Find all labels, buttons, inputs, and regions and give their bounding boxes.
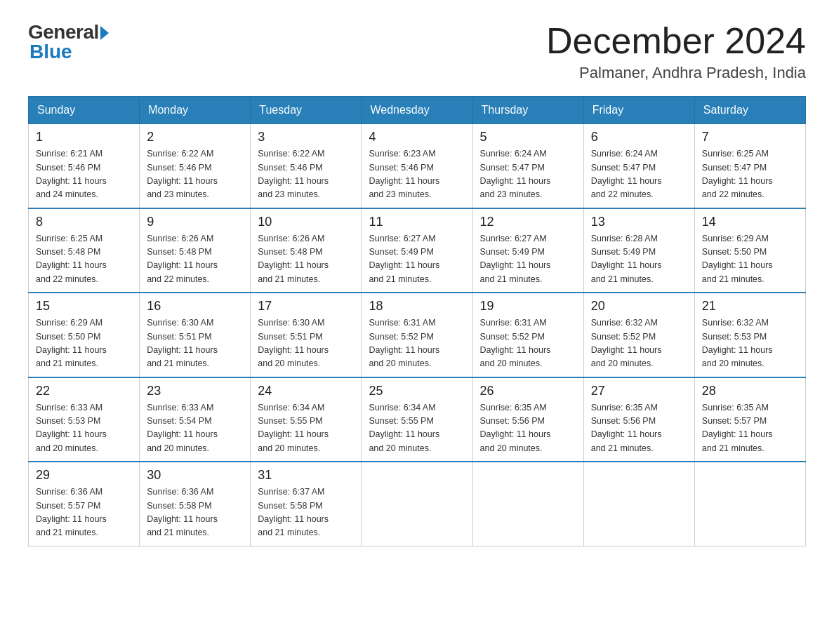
- day-info: Sunrise: 6:37 AMSunset: 5:58 PMDaylight:…: [258, 485, 354, 540]
- day-info: Sunrise: 6:35 AMSunset: 5:56 PMDaylight:…: [591, 401, 687, 456]
- calendar-day-cell: 25Sunrise: 6:34 AMSunset: 5:55 PMDayligh…: [362, 377, 472, 462]
- day-number: 25: [369, 384, 465, 398]
- calendar-header-thursday: Thursday: [472, 97, 583, 124]
- day-info: Sunrise: 6:24 AMSunset: 5:47 PMDaylight:…: [591, 147, 687, 202]
- day-number: 29: [36, 468, 132, 483]
- day-number: 21: [702, 299, 798, 314]
- calendar-day-cell: 30Sunrise: 6:36 AMSunset: 5:58 PMDayligh…: [140, 462, 251, 546]
- day-info: Sunrise: 6:31 AMSunset: 5:52 PMDaylight:…: [480, 316, 576, 371]
- calendar-day-cell: 12Sunrise: 6:27 AMSunset: 5:49 PMDayligh…: [472, 208, 583, 293]
- day-number: 6: [591, 130, 687, 145]
- calendar-day-cell: 18Sunrise: 6:31 AMSunset: 5:52 PMDayligh…: [362, 293, 472, 377]
- day-number: 22: [36, 384, 132, 398]
- calendar-day-cell: [583, 462, 694, 546]
- calendar-day-cell: 31Sunrise: 6:37 AMSunset: 5:58 PMDayligh…: [251, 462, 362, 546]
- calendar-day-cell: [472, 462, 583, 546]
- calendar-day-cell: 7Sunrise: 6:25 AMSunset: 5:47 PMDaylight…: [694, 124, 805, 208]
- day-info: Sunrise: 6:28 AMSunset: 5:49 PMDaylight:…: [591, 232, 687, 287]
- calendar-header-monday: Monday: [140, 97, 251, 124]
- day-number: 1: [36, 130, 132, 145]
- day-info: Sunrise: 6:36 AMSunset: 5:58 PMDaylight:…: [147, 485, 243, 540]
- day-number: 16: [147, 299, 243, 314]
- day-info: Sunrise: 6:35 AMSunset: 5:56 PMDaylight:…: [480, 401, 576, 456]
- day-number: 3: [258, 130, 354, 145]
- day-number: 8: [36, 215, 132, 229]
- calendar-header-wednesday: Wednesday: [362, 97, 472, 124]
- month-title: December 2024: [546, 21, 806, 61]
- day-info: Sunrise: 6:33 AMSunset: 5:53 PMDaylight:…: [36, 401, 132, 456]
- day-number: 24: [258, 384, 354, 398]
- calendar-table: SundayMondayTuesdayWednesdayThursdayFrid…: [28, 96, 806, 546]
- day-info: Sunrise: 6:30 AMSunset: 5:51 PMDaylight:…: [258, 316, 354, 371]
- day-info: Sunrise: 6:22 AMSunset: 5:46 PMDaylight:…: [147, 147, 243, 202]
- calendar-day-cell: 15Sunrise: 6:29 AMSunset: 5:50 PMDayligh…: [29, 293, 140, 377]
- logo-blue-text: Blue: [29, 41, 72, 63]
- day-number: 12: [480, 215, 576, 229]
- calendar-day-cell: 17Sunrise: 6:30 AMSunset: 5:51 PMDayligh…: [251, 293, 362, 377]
- day-info: Sunrise: 6:26 AMSunset: 5:48 PMDaylight:…: [147, 232, 243, 287]
- day-info: Sunrise: 6:26 AMSunset: 5:48 PMDaylight:…: [258, 232, 354, 287]
- calendar-day-cell: 24Sunrise: 6:34 AMSunset: 5:55 PMDayligh…: [251, 377, 362, 462]
- calendar-header-sunday: Sunday: [29, 97, 140, 124]
- day-number: 10: [258, 215, 354, 229]
- calendar-day-cell: 14Sunrise: 6:29 AMSunset: 5:50 PMDayligh…: [694, 208, 805, 293]
- calendar-week-row: 1Sunrise: 6:21 AMSunset: 5:46 PMDaylight…: [29, 124, 806, 208]
- calendar-day-cell: 29Sunrise: 6:36 AMSunset: 5:57 PMDayligh…: [29, 462, 140, 546]
- day-number: 18: [369, 299, 465, 314]
- calendar-day-cell: 19Sunrise: 6:31 AMSunset: 5:52 PMDayligh…: [472, 293, 583, 377]
- calendar-day-cell: 8Sunrise: 6:25 AMSunset: 5:48 PMDaylight…: [29, 208, 140, 293]
- day-number: 19: [480, 299, 576, 314]
- day-number: 4: [369, 130, 465, 145]
- calendar-day-cell: 11Sunrise: 6:27 AMSunset: 5:49 PMDayligh…: [362, 208, 472, 293]
- day-info: Sunrise: 6:25 AMSunset: 5:47 PMDaylight:…: [702, 147, 798, 202]
- calendar-week-row: 22Sunrise: 6:33 AMSunset: 5:53 PMDayligh…: [29, 377, 806, 462]
- logo-arrow-icon: [100, 26, 109, 40]
- calendar-day-cell: 27Sunrise: 6:35 AMSunset: 5:56 PMDayligh…: [583, 377, 694, 462]
- calendar-week-row: 8Sunrise: 6:25 AMSunset: 5:48 PMDaylight…: [29, 208, 806, 293]
- day-info: Sunrise: 6:32 AMSunset: 5:52 PMDaylight:…: [591, 316, 687, 371]
- calendar-week-row: 15Sunrise: 6:29 AMSunset: 5:50 PMDayligh…: [29, 293, 806, 377]
- calendar-week-row: 29Sunrise: 6:36 AMSunset: 5:57 PMDayligh…: [29, 462, 806, 546]
- day-info: Sunrise: 6:24 AMSunset: 5:47 PMDaylight:…: [480, 147, 576, 202]
- calendar-day-cell: 5Sunrise: 6:24 AMSunset: 5:47 PMDaylight…: [472, 124, 583, 208]
- day-info: Sunrise: 6:32 AMSunset: 5:53 PMDaylight:…: [702, 316, 798, 371]
- calendar-day-cell: [694, 462, 805, 546]
- calendar-day-cell: 10Sunrise: 6:26 AMSunset: 5:48 PMDayligh…: [251, 208, 362, 293]
- calendar-day-cell: [362, 462, 472, 546]
- day-info: Sunrise: 6:27 AMSunset: 5:49 PMDaylight:…: [369, 232, 465, 287]
- day-number: 2: [147, 130, 243, 145]
- calendar-day-cell: 28Sunrise: 6:35 AMSunset: 5:57 PMDayligh…: [694, 377, 805, 462]
- day-number: 13: [591, 215, 687, 229]
- day-info: Sunrise: 6:29 AMSunset: 5:50 PMDaylight:…: [36, 316, 132, 371]
- logo: General Blue: [28, 21, 109, 63]
- day-info: Sunrise: 6:36 AMSunset: 5:57 PMDaylight:…: [36, 485, 132, 540]
- calendar-day-cell: 1Sunrise: 6:21 AMSunset: 5:46 PMDaylight…: [29, 124, 140, 208]
- calendar-day-cell: 26Sunrise: 6:35 AMSunset: 5:56 PMDayligh…: [472, 377, 583, 462]
- day-number: 15: [36, 299, 132, 314]
- location-title: Palmaner, Andhra Pradesh, India: [546, 64, 806, 82]
- day-info: Sunrise: 6:34 AMSunset: 5:55 PMDaylight:…: [369, 401, 465, 456]
- calendar-day-cell: 6Sunrise: 6:24 AMSunset: 5:47 PMDaylight…: [583, 124, 694, 208]
- calendar-day-cell: 3Sunrise: 6:22 AMSunset: 5:46 PMDaylight…: [251, 124, 362, 208]
- day-number: 14: [702, 215, 798, 229]
- day-number: 17: [258, 299, 354, 314]
- day-number: 31: [258, 468, 354, 483]
- day-info: Sunrise: 6:34 AMSunset: 5:55 PMDaylight:…: [258, 401, 354, 456]
- day-number: 20: [591, 299, 687, 314]
- day-info: Sunrise: 6:25 AMSunset: 5:48 PMDaylight:…: [36, 232, 132, 287]
- calendar-day-cell: 9Sunrise: 6:26 AMSunset: 5:48 PMDaylight…: [140, 208, 251, 293]
- calendar-day-cell: 16Sunrise: 6:30 AMSunset: 5:51 PMDayligh…: [140, 293, 251, 377]
- calendar-day-cell: 23Sunrise: 6:33 AMSunset: 5:54 PMDayligh…: [140, 377, 251, 462]
- day-number: 26: [480, 384, 576, 398]
- day-number: 7: [702, 130, 798, 145]
- day-number: 23: [147, 384, 243, 398]
- calendar-day-cell: 2Sunrise: 6:22 AMSunset: 5:46 PMDaylight…: [140, 124, 251, 208]
- day-info: Sunrise: 6:30 AMSunset: 5:51 PMDaylight:…: [147, 316, 243, 371]
- calendar-day-cell: 22Sunrise: 6:33 AMSunset: 5:53 PMDayligh…: [29, 377, 140, 462]
- day-info: Sunrise: 6:23 AMSunset: 5:46 PMDaylight:…: [369, 147, 465, 202]
- day-number: 5: [480, 130, 576, 145]
- calendar-header-tuesday: Tuesday: [251, 97, 362, 124]
- day-info: Sunrise: 6:31 AMSunset: 5:52 PMDaylight:…: [369, 316, 465, 371]
- day-info: Sunrise: 6:21 AMSunset: 5:46 PMDaylight:…: [36, 147, 132, 202]
- calendar-header-friday: Friday: [583, 97, 694, 124]
